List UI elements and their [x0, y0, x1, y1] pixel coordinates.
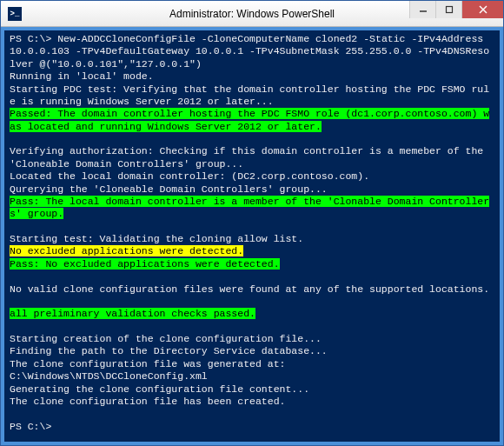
- console-line: [10, 133, 494, 145]
- console-line: C:\Windows\NTDS\DCCloneConfig.xml: [10, 370, 494, 383]
- console-line: Starting test: Validating the cloning al…: [10, 233, 494, 245]
- console-line: The clone configuration file was generat…: [10, 358, 494, 370]
- console-line: Starting creation of the clone configura…: [10, 333, 494, 345]
- prompt: PS C:\>: [10, 421, 51, 432]
- console-line: Finding the path to the Directory Servic…: [10, 345, 494, 357]
- pass-highlight: Pass: The local domain controller is a m…: [10, 196, 489, 219]
- console-line: [10, 221, 494, 233]
- console-line: Verifying authorization: Checking if thi…: [10, 145, 494, 170]
- titlebar[interactable]: >_ Administrator: Windows PowerShell: [1, 1, 503, 27]
- console-line: [10, 270, 494, 283]
- powershell-icon: >_: [8, 7, 22, 21]
- maximize-button[interactable]: [435, 1, 461, 18]
- console-line: Pass: The local domain controller is a m…: [10, 196, 494, 221]
- close-icon: [478, 4, 488, 15]
- minimize-icon: [419, 5, 428, 14]
- close-button[interactable]: [461, 1, 503, 18]
- window-controls: [409, 1, 503, 20]
- pass-highlight: all preliminary validation checks passed…: [10, 308, 255, 319]
- powershell-window: >_ Administrator: Windows PowerShell PS …: [0, 0, 504, 446]
- prompt: PS C:\>: [10, 33, 57, 44]
- svg-rect-1: [446, 7, 452, 13]
- minimize-button[interactable]: [409, 1, 435, 18]
- console-line: [10, 321, 494, 333]
- console-line: all preliminary validation checks passed…: [10, 308, 494, 320]
- console-area[interactable]: PS C:\> New-ADDCCloneConfigFile -CloneCo…: [4, 30, 500, 442]
- console-line: No valid clone configuration files were …: [10, 283, 494, 296]
- warn-highlight: No excluded applications were detected.: [10, 245, 243, 256]
- console-line: Passed: The domain controller hosting th…: [10, 108, 494, 133]
- console-line: Starting PDC test: Verifying that the do…: [10, 83, 494, 109]
- console-line: Pass: No excluded applications were dete…: [10, 258, 494, 270]
- pass-highlight: Pass: No excluded applications were dete…: [10, 258, 280, 270]
- pass-highlight: Passed: The domain controller hosting th…: [10, 108, 489, 131]
- maximize-icon: [445, 5, 454, 14]
- console-line: Generating the clone configuration file …: [10, 383, 494, 396]
- console-line: PS C:\> New-ADDCCloneConfigFile -CloneCo…: [10, 33, 494, 70]
- command-text: New-ADDCCloneConfigFile -CloneComputerNa…: [10, 33, 489, 70]
- console-line: PS C:\>: [10, 421, 494, 433]
- console-line: Located the local domain controller: (DC…: [10, 170, 494, 183]
- console-line: Running in 'local' mode.: [10, 70, 494, 83]
- console-line: No excluded applications were detected.: [10, 245, 494, 257]
- console-line: [10, 408, 494, 420]
- console-line: Qurerying the 'Cloneable Domain Controll…: [10, 183, 494, 196]
- console-line: The clone configuration file has been cr…: [10, 396, 494, 408]
- console-line: [10, 296, 494, 308]
